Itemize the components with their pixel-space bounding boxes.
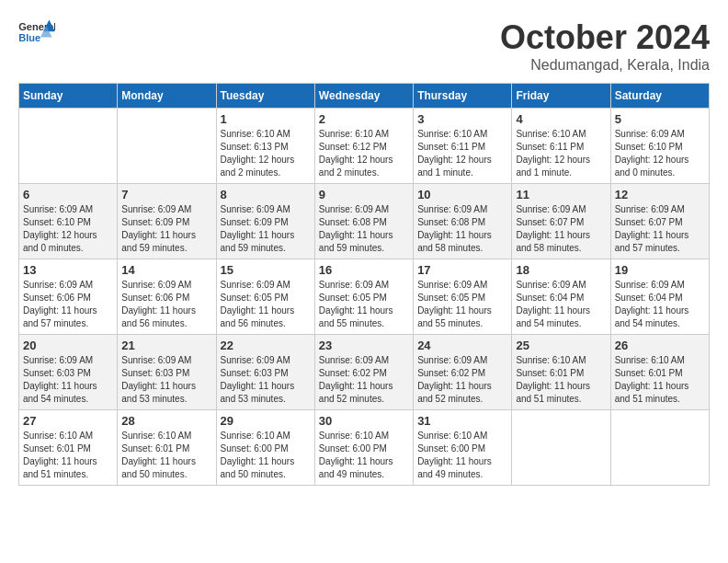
calendar-cell: 11Sunrise: 6:09 AMSunset: 6:07 PMDayligh… xyxy=(512,184,610,259)
day-number: 3 xyxy=(417,112,507,126)
page-header: General Blue October 2024 Nedumangad, Ke… xyxy=(18,18,710,74)
day-info: Sunrise: 6:10 AMSunset: 6:00 PMDaylight:… xyxy=(417,430,507,481)
calendar-cell: 1Sunrise: 6:10 AMSunset: 6:13 PMDaylight… xyxy=(216,109,314,184)
day-number: 5 xyxy=(615,112,705,126)
day-number: 13 xyxy=(23,263,113,277)
calendar-cell: 30Sunrise: 6:10 AMSunset: 6:00 PMDayligh… xyxy=(314,410,413,486)
calendar-cell: 13Sunrise: 6:09 AMSunset: 6:06 PMDayligh… xyxy=(19,259,118,335)
day-info: Sunrise: 6:09 AMSunset: 6:06 PMDaylight:… xyxy=(121,279,211,330)
day-info: Sunrise: 6:10 AMSunset: 6:00 PMDaylight:… xyxy=(319,430,409,481)
day-info: Sunrise: 6:09 AMSunset: 6:08 PMDaylight:… xyxy=(417,203,507,255)
day-number: 11 xyxy=(516,188,606,201)
day-info: Sunrise: 6:09 AMSunset: 6:06 PMDaylight:… xyxy=(23,279,113,330)
day-info: Sunrise: 6:09 AMSunset: 6:05 PMDaylight:… xyxy=(319,279,409,330)
day-info: Sunrise: 6:09 AMSunset: 6:05 PMDaylight:… xyxy=(417,279,507,330)
calendar-cell: 20Sunrise: 6:09 AMSunset: 6:03 PMDayligh… xyxy=(19,335,118,410)
calendar-cell: 27Sunrise: 6:10 AMSunset: 6:01 PMDayligh… xyxy=(19,410,118,486)
day-number: 24 xyxy=(417,339,507,352)
weekday-thursday: Thursday xyxy=(414,84,512,109)
day-number: 2 xyxy=(319,112,409,126)
calendar-cell: 23Sunrise: 6:09 AMSunset: 6:02 PMDayligh… xyxy=(314,335,413,410)
calendar-header: SundayMondayTuesdayWednesdayThursdayFrid… xyxy=(19,84,710,109)
day-number: 6 xyxy=(23,188,113,201)
calendar-body: 1Sunrise: 6:10 AMSunset: 6:13 PMDaylight… xyxy=(19,109,710,486)
calendar: SundayMondayTuesdayWednesdayThursdayFrid… xyxy=(18,83,710,486)
day-number: 20 xyxy=(23,339,113,352)
calendar-cell: 7Sunrise: 6:09 AMSunset: 6:09 PMDaylight… xyxy=(118,184,216,259)
day-info: Sunrise: 6:10 AMSunset: 6:13 PMDaylight:… xyxy=(221,128,311,179)
day-info: Sunrise: 6:09 AMSunset: 6:09 PMDaylight:… xyxy=(121,203,211,255)
weekday-tuesday: Tuesday xyxy=(216,84,314,109)
day-info: Sunrise: 6:09 AMSunset: 6:09 PMDaylight:… xyxy=(221,203,311,255)
week-row-1: 1Sunrise: 6:10 AMSunset: 6:13 PMDaylight… xyxy=(19,109,710,184)
day-number: 18 xyxy=(516,263,606,277)
weekday-sunday: Sunday xyxy=(19,84,118,109)
day-number: 4 xyxy=(516,112,606,126)
day-info: Sunrise: 6:09 AMSunset: 6:03 PMDaylight:… xyxy=(23,354,113,406)
day-number: 7 xyxy=(121,188,211,201)
calendar-cell: 9Sunrise: 6:09 AMSunset: 6:08 PMDaylight… xyxy=(314,184,413,259)
calendar-cell: 29Sunrise: 6:10 AMSunset: 6:00 PMDayligh… xyxy=(216,410,314,486)
calendar-cell: 28Sunrise: 6:10 AMSunset: 6:01 PMDayligh… xyxy=(118,410,216,486)
calendar-cell: 2Sunrise: 6:10 AMSunset: 6:12 PMDaylight… xyxy=(314,109,413,184)
month-title: October 2024 xyxy=(500,18,710,57)
calendar-cell xyxy=(118,109,216,184)
day-info: Sunrise: 6:09 AMSunset: 6:07 PMDaylight:… xyxy=(516,203,606,255)
week-row-5: 27Sunrise: 6:10 AMSunset: 6:01 PMDayligh… xyxy=(19,410,710,486)
day-number: 28 xyxy=(121,414,211,428)
week-row-2: 6Sunrise: 6:09 AMSunset: 6:10 PMDaylight… xyxy=(19,184,710,259)
weekday-wednesday: Wednesday xyxy=(314,84,413,109)
calendar-cell xyxy=(19,109,118,184)
day-info: Sunrise: 6:10 AMSunset: 6:01 PMDaylight:… xyxy=(516,354,606,406)
calendar-cell: 8Sunrise: 6:09 AMSunset: 6:09 PMDaylight… xyxy=(216,184,314,259)
day-number: 21 xyxy=(121,339,211,352)
calendar-cell: 15Sunrise: 6:09 AMSunset: 6:05 PMDayligh… xyxy=(216,259,314,335)
day-info: Sunrise: 6:10 AMSunset: 6:01 PMDaylight:… xyxy=(23,430,113,481)
day-number: 19 xyxy=(615,263,705,277)
day-info: Sunrise: 6:10 AMSunset: 6:12 PMDaylight:… xyxy=(319,128,409,179)
day-info: Sunrise: 6:09 AMSunset: 6:02 PMDaylight:… xyxy=(319,354,409,406)
calendar-cell: 16Sunrise: 6:09 AMSunset: 6:05 PMDayligh… xyxy=(314,259,413,335)
day-number: 29 xyxy=(221,414,311,428)
calendar-cell: 19Sunrise: 6:09 AMSunset: 6:04 PMDayligh… xyxy=(610,259,709,335)
svg-text:Blue: Blue xyxy=(18,32,40,43)
day-number: 12 xyxy=(615,188,705,201)
calendar-cell: 24Sunrise: 6:09 AMSunset: 6:02 PMDayligh… xyxy=(414,335,512,410)
logo-icon: General Blue xyxy=(18,18,55,46)
weekday-saturday: Saturday xyxy=(610,84,709,109)
calendar-cell: 21Sunrise: 6:09 AMSunset: 6:03 PMDayligh… xyxy=(118,335,216,410)
day-info: Sunrise: 6:09 AMSunset: 6:08 PMDaylight:… xyxy=(319,203,409,255)
day-info: Sunrise: 6:09 AMSunset: 6:05 PMDaylight:… xyxy=(221,279,311,330)
calendar-cell: 4Sunrise: 6:10 AMSunset: 6:11 PMDaylight… xyxy=(512,109,610,184)
day-info: Sunrise: 6:09 AMSunset: 6:03 PMDaylight:… xyxy=(121,354,211,406)
location: Nedumangad, Kerala, India xyxy=(500,57,710,74)
title-block: October 2024 Nedumangad, Kerala, India xyxy=(500,18,710,74)
day-info: Sunrise: 6:09 AMSunset: 6:04 PMDaylight:… xyxy=(516,279,606,330)
day-number: 9 xyxy=(319,188,409,201)
day-number: 16 xyxy=(319,263,409,277)
day-info: Sunrise: 6:10 AMSunset: 6:00 PMDaylight:… xyxy=(221,430,311,481)
day-info: Sunrise: 6:10 AMSunset: 6:11 PMDaylight:… xyxy=(516,128,606,179)
week-row-4: 20Sunrise: 6:09 AMSunset: 6:03 PMDayligh… xyxy=(19,335,710,410)
calendar-cell xyxy=(512,410,610,486)
calendar-cell: 6Sunrise: 6:09 AMSunset: 6:10 PMDaylight… xyxy=(19,184,118,259)
day-info: Sunrise: 6:09 AMSunset: 6:03 PMDaylight:… xyxy=(221,354,311,406)
day-number: 26 xyxy=(615,339,705,352)
day-info: Sunrise: 6:09 AMSunset: 6:07 PMDaylight:… xyxy=(615,203,705,255)
day-number: 30 xyxy=(319,414,409,428)
day-info: Sunrise: 6:10 AMSunset: 6:11 PMDaylight:… xyxy=(417,128,507,179)
day-number: 31 xyxy=(417,414,507,428)
day-number: 8 xyxy=(221,188,311,201)
day-number: 1 xyxy=(221,112,311,126)
calendar-cell xyxy=(610,410,709,486)
calendar-cell: 12Sunrise: 6:09 AMSunset: 6:07 PMDayligh… xyxy=(610,184,709,259)
day-info: Sunrise: 6:09 AMSunset: 6:10 PMDaylight:… xyxy=(23,203,113,255)
calendar-cell: 31Sunrise: 6:10 AMSunset: 6:00 PMDayligh… xyxy=(414,410,512,486)
day-number: 25 xyxy=(516,339,606,352)
day-info: Sunrise: 6:09 AMSunset: 6:10 PMDaylight:… xyxy=(615,128,705,179)
day-info: Sunrise: 6:10 AMSunset: 6:01 PMDaylight:… xyxy=(615,354,705,406)
calendar-cell: 17Sunrise: 6:09 AMSunset: 6:05 PMDayligh… xyxy=(414,259,512,335)
week-row-3: 13Sunrise: 6:09 AMSunset: 6:06 PMDayligh… xyxy=(19,259,710,335)
logo: General Blue xyxy=(18,18,59,46)
calendar-cell: 3Sunrise: 6:10 AMSunset: 6:11 PMDaylight… xyxy=(414,109,512,184)
